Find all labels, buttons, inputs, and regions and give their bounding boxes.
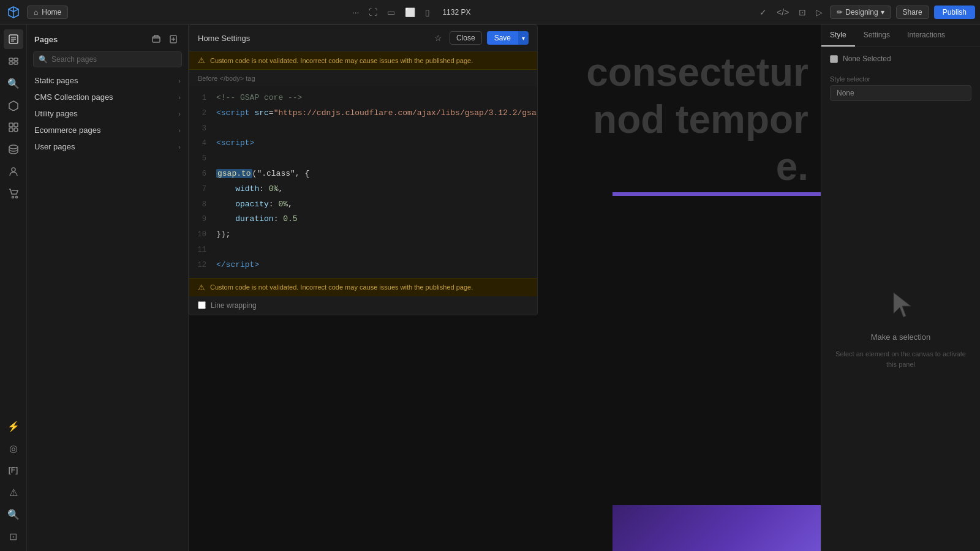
- sidebar-assets-icon[interactable]: [4, 118, 23, 137]
- designing-button[interactable]: ✏ Designing ▾: [830, 6, 891, 19]
- svg-rect-7: [14, 62, 18, 64]
- sidebar-zoom-icon[interactable]: 🔍: [4, 504, 23, 524]
- home-settings-close-button[interactable]: Close: [450, 31, 482, 45]
- center-area: consectetur nod tempor e. Home Settings …: [189, 24, 821, 551]
- pages-header-icons: [149, 32, 181, 47]
- code-button[interactable]: </>: [774, 5, 791, 20]
- mobile-view-button[interactable]: ▯: [423, 5, 432, 20]
- search-box[interactable]: 🔍: [33, 51, 182, 67]
- none-selected-checkbox[interactable]: [830, 55, 838, 63]
- desktop-view-button[interactable]: ▭: [385, 5, 398, 20]
- sidebar-pages-icon[interactable]: [4, 29, 23, 49]
- home-settings-title: Home Settings: [198, 34, 250, 43]
- home-settings-panel: Home Settings ☆ Close Save ▾ ⚠ Custom co…: [189, 24, 538, 315]
- sidebar-search-icon[interactable]: 🔍: [4, 73, 23, 93]
- warning-bar-top: ⚠ Custom code is not validated. Incorrec…: [189, 51, 537, 70]
- desktop-icon: ▭: [387, 7, 395, 17]
- tablet-view-button[interactable]: ⬜: [402, 5, 418, 20]
- warning-bar-bottom: ⚠ Custom code is not validated. Incorrec…: [189, 278, 537, 296]
- mobile-icon: ▯: [425, 7, 430, 17]
- sidebar-interactions-icon[interactable]: ◎: [4, 438, 23, 458]
- svg-rect-9: [9, 123, 13, 127]
- more-options-button[interactable]: ···: [350, 5, 362, 20]
- sidebar-warning-icon[interactable]: ⚠: [4, 482, 23, 502]
- warning-icon-top: ⚠: [198, 56, 205, 65]
- style-selector-value: None: [830, 85, 971, 101]
- code-line-9: 9 duration: 0.5: [189, 212, 537, 227]
- line-wrapping-checkbox[interactable]: [198, 301, 206, 309]
- pages-panel: Pages 🔍 Static pages › CMS Collection pa…: [27, 24, 189, 551]
- svg-point-15: [12, 197, 13, 198]
- sidebar-logic-icon[interactable]: ⚡: [4, 416, 23, 436]
- code-line-5: 5: [189, 151, 537, 167]
- main-layout: 🔍 ⚡ ◎ [F] ⚠ 🔍 ⊡ Pages: [0, 24, 980, 551]
- pencil-icon: ✏: [837, 8, 843, 17]
- tablet-icon: ⬜: [405, 7, 415, 17]
- sidebar-nav-icon[interactable]: [4, 51, 23, 71]
- add-folder-button[interactable]: [149, 32, 164, 47]
- home-settings-favorite-button[interactable]: ☆: [432, 32, 445, 44]
- svg-marker-8: [9, 101, 18, 111]
- make-selection-title: Make a selection: [871, 332, 931, 342]
- home-button[interactable]: ⌂ Home: [27, 6, 68, 19]
- monitor-button[interactable]: ⊡: [796, 5, 809, 20]
- home-settings-header: Home Settings ☆ Close Save ▾: [189, 25, 537, 51]
- add-page-button[interactable]: [166, 32, 181, 47]
- tab-style[interactable]: Style: [821, 24, 855, 47]
- pages-title: Pages: [34, 35, 58, 44]
- svg-point-12: [14, 128, 18, 132]
- sidebar-components-icon[interactable]: [4, 96, 23, 115]
- pages-section-utility[interactable]: Utility pages ›: [27, 105, 188, 122]
- fullscreen-button[interactable]: ⛶: [366, 5, 380, 20]
- none-selected-row: None Selected: [821, 47, 980, 70]
- pages-section-static[interactable]: Static pages ›: [27, 72, 188, 89]
- viewport-size: 1132 PX: [437, 8, 475, 17]
- sidebar-bottom-icon[interactable]: ⊡: [4, 527, 23, 546]
- svg-point-16: [15, 197, 17, 198]
- topbar-center: ··· ⛶ ▭ ⬜ ▯ 1132 PX: [350, 5, 476, 20]
- code-line-3: 3: [189, 121, 537, 137]
- sidebar-ecommerce-icon[interactable]: [4, 184, 23, 203]
- logo: [5, 4, 22, 21]
- sidebar-variables-icon[interactable]: [F]: [4, 460, 23, 480]
- sidebar-cms-icon[interactable]: [4, 140, 23, 159]
- topbar-right: ✓ </> ⊡ ▷ ✏ Designing ▾ Share Publish: [757, 5, 975, 20]
- icon-sidebar-bottom: ⚡ ◎ [F] ⚠ 🔍 ⊡: [4, 416, 23, 546]
- line-wrapping-row: Line wrapping: [189, 296, 537, 315]
- share-button[interactable]: Share: [896, 6, 929, 19]
- make-selection-area: Make a selection Select an element on th…: [821, 108, 980, 551]
- body-tag-label: Before </body> tag: [189, 70, 537, 86]
- pages-section-cms[interactable]: CMS Collection pages ›: [27, 89, 188, 105]
- icon-sidebar: 🔍 ⚡ ◎ [F] ⚠ 🔍 ⊡: [0, 24, 27, 551]
- home-settings-save-arrow-button[interactable]: ▾: [518, 31, 529, 45]
- code-line-11: 11: [189, 242, 537, 258]
- code-line-2: 2 <script src="https://cdnjs.cloudflare.…: [189, 106, 537, 121]
- tab-settings[interactable]: Settings: [855, 24, 899, 47]
- search-icon: 🔍: [39, 55, 48, 64]
- publish-button[interactable]: Publish: [934, 6, 975, 19]
- warning-icon-bottom: ⚠: [198, 283, 205, 292]
- check-button[interactable]: ✓: [757, 5, 769, 20]
- pages-section-user[interactable]: User pages ›: [27, 138, 188, 155]
- svg-point-13: [9, 145, 18, 149]
- code-line-8: 8 opacity: 0%,: [189, 197, 537, 212]
- code-line-1: 1 <!-- GSAP core -->: [189, 91, 537, 106]
- code-editor[interactable]: 1 <!-- GSAP core --> 2 <script src="http…: [189, 86, 537, 278]
- right-tabs: Style Settings Interactions: [821, 24, 980, 47]
- code-line-4: 4 <script>: [189, 136, 537, 151]
- code-line-12: 12 </script>: [189, 258, 537, 273]
- tab-interactions[interactable]: Interactions: [899, 24, 954, 47]
- make-selection-desc: Select an element on the canvas to activ…: [834, 349, 968, 369]
- svg-rect-4: [9, 58, 13, 61]
- svg-point-14: [12, 168, 15, 171]
- sidebar-users-icon[interactable]: [4, 162, 23, 181]
- home-settings-save-button[interactable]: Save: [487, 31, 518, 45]
- right-panel: Style Settings Interactions None Selecte…: [821, 24, 980, 551]
- more-icon: ···: [352, 7, 360, 17]
- svg-rect-6: [14, 58, 18, 61]
- search-input[interactable]: [51, 55, 176, 64]
- bottom-purple-section: [612, 505, 821, 551]
- chevron-down-icon: ▾: [881, 8, 884, 17]
- pages-section-ecommerce[interactable]: Ecommerce pages ›: [27, 122, 188, 138]
- play-button[interactable]: ▷: [813, 5, 825, 20]
